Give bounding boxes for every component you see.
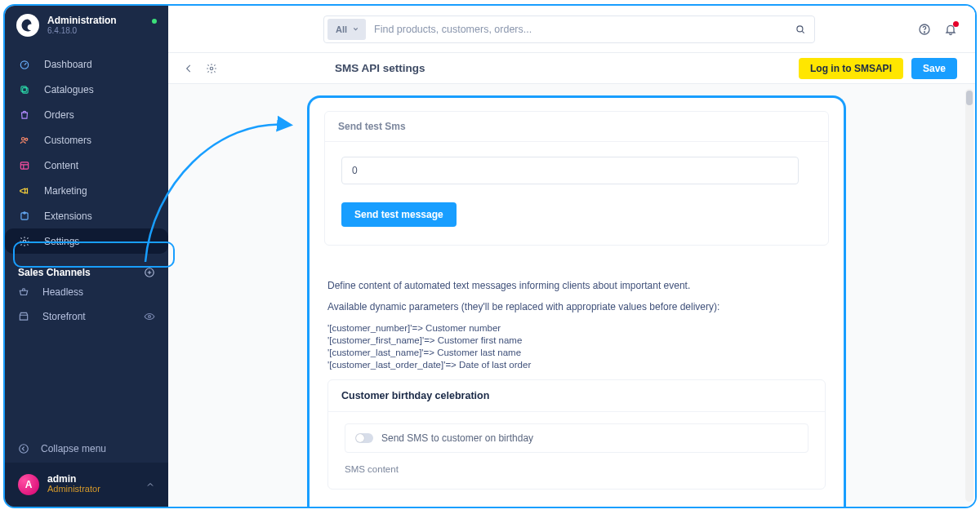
birthday-title: Customer birthday celebration bbox=[328, 380, 825, 412]
sidebar-nav: Dashboard Catalogues Orders Customers Co… bbox=[5, 48, 168, 257]
channel-headless[interactable]: Headless bbox=[5, 280, 168, 304]
sidebar-item-label: Extensions bbox=[44, 210, 92, 222]
sidebar-item-label: Customers bbox=[44, 135, 91, 146]
bag-icon bbox=[18, 109, 31, 121]
sidebar-item-catalogues[interactable]: Catalogues bbox=[5, 77, 168, 102]
templates-info: Define content of automated text message… bbox=[324, 265, 829, 490]
birthday-toggle-row[interactable]: Send SMS to customer on birthday bbox=[345, 423, 808, 453]
users-icon bbox=[18, 135, 31, 146]
settings-crumb-icon[interactable] bbox=[206, 63, 217, 74]
svg-point-15 bbox=[210, 67, 213, 70]
channel-label: Headless bbox=[42, 286, 83, 298]
collapse-label: Collapse menu bbox=[41, 443, 106, 454]
send-test-button[interactable]: Send test message bbox=[341, 202, 457, 227]
logo-icon bbox=[16, 14, 39, 37]
svg-point-12 bbox=[797, 25, 803, 31]
sidebar-item-label: Catalogues bbox=[44, 84, 94, 95]
gauge-icon bbox=[18, 59, 31, 70]
search-input[interactable] bbox=[366, 24, 786, 35]
collapse-menu[interactable]: Collapse menu bbox=[5, 435, 168, 463]
content-area: Send test Sms Send test message Define c… bbox=[168, 84, 975, 507]
birthday-toggle-label: Send SMS to customer on birthday bbox=[381, 432, 533, 444]
templates-available: Available dynamic parameters (they'll be… bbox=[327, 301, 826, 312]
store-icon bbox=[18, 311, 29, 322]
templates-intro: Define content of automated text message… bbox=[327, 280, 826, 291]
sidebar-item-customers[interactable]: Customers bbox=[5, 127, 168, 153]
main: All SMS API settings Log in to SMSAPI Sa… bbox=[168, 6, 975, 507]
param-line: '[customer_last_order_date]'=> Date of l… bbox=[327, 359, 826, 371]
sidebar-item-extensions[interactable]: Extensions bbox=[5, 203, 168, 228]
copy-icon bbox=[18, 84, 31, 95]
birthday-card: Customer birthday celebration Send SMS t… bbox=[327, 379, 826, 490]
test-phone-input[interactable] bbox=[352, 165, 788, 176]
eye-icon[interactable] bbox=[144, 311, 155, 322]
svg-point-11 bbox=[20, 445, 29, 454]
sidebar-version: 6.4.18.0 bbox=[47, 26, 117, 35]
search: All bbox=[323, 16, 815, 43]
chevron-up-icon bbox=[145, 480, 155, 490]
help-icon[interactable] bbox=[918, 23, 931, 36]
page-title: SMS API settings bbox=[335, 62, 425, 74]
svg-point-14 bbox=[924, 31, 924, 32]
test-phone-field[interactable] bbox=[341, 157, 799, 184]
sales-channels-title: Sales Channels bbox=[18, 267, 91, 278]
search-chip-label: All bbox=[336, 24, 347, 34]
sidebar-item-settings[interactable]: Settings bbox=[5, 228, 168, 254]
search-scope-chip[interactable]: All bbox=[327, 19, 366, 40]
sales-channels-header: Sales Channels bbox=[5, 257, 168, 280]
layout-icon bbox=[18, 160, 31, 171]
param-line: '[customer_first_name]'=> Customer first… bbox=[327, 335, 826, 347]
add-channel-icon[interactable] bbox=[144, 267, 155, 278]
highlighted-panel: Send test Sms Send test message Define c… bbox=[307, 95, 846, 507]
toggle-switch[interactable] bbox=[355, 433, 373, 443]
test-sms-title: Send test Sms bbox=[325, 112, 828, 142]
sidebar-title: Administration bbox=[47, 16, 117, 26]
gear-icon bbox=[18, 236, 31, 247]
param-line: '[customer_last_name]'=> Customer last n… bbox=[327, 347, 826, 359]
topbar: All bbox=[168, 6, 975, 53]
search-icon[interactable] bbox=[786, 24, 814, 35]
svg-rect-2 bbox=[21, 86, 26, 91]
save-button[interactable]: Save bbox=[911, 58, 957, 79]
svg-rect-5 bbox=[20, 162, 28, 168]
sidebar-item-label: Orders bbox=[44, 109, 74, 121]
sms-content-label: SMS content bbox=[345, 464, 808, 474]
sidebar-item-label: Settings bbox=[44, 236, 79, 247]
sidebar-item-label: Marketing bbox=[44, 185, 87, 197]
user-role: Administrator bbox=[47, 484, 100, 494]
puzzle-icon bbox=[18, 210, 31, 222]
sidebar-item-marketing[interactable]: Marketing bbox=[5, 178, 168, 203]
avatar: A bbox=[18, 474, 39, 495]
status-dot-icon bbox=[152, 19, 157, 24]
param-line: '[customer_number]'=> Customer number bbox=[327, 322, 826, 335]
sidebar-item-content[interactable]: Content bbox=[5, 153, 168, 178]
sidebar-item-label: Dashboard bbox=[44, 59, 92, 70]
sidebar-item-orders[interactable]: Orders bbox=[5, 102, 168, 127]
user-menu[interactable]: A admin Administrator bbox=[5, 463, 168, 507]
scrollbar[interactable] bbox=[965, 89, 973, 502]
svg-point-3 bbox=[22, 137, 25, 140]
svg-point-8 bbox=[23, 240, 26, 243]
page-header: SMS API settings Log in to SMSAPI Save bbox=[168, 53, 975, 84]
channel-label: Storefront bbox=[42, 311, 86, 322]
login-smsapi-button[interactable]: Log in to SMSAPI bbox=[799, 58, 903, 79]
scrollbar-thumb[interactable] bbox=[966, 91, 973, 105]
sidebar-header: Administration 6.4.18.0 bbox=[5, 6, 168, 48]
sidebar-item-dashboard[interactable]: Dashboard bbox=[5, 51, 168, 77]
sidebar-item-label: Content bbox=[44, 160, 78, 171]
collapse-icon bbox=[18, 443, 29, 454]
megaphone-icon bbox=[18, 185, 31, 197]
back-icon[interactable] bbox=[183, 63, 194, 74]
bell-icon[interactable] bbox=[944, 23, 957, 36]
svg-rect-1 bbox=[23, 87, 28, 92]
basket-icon bbox=[18, 286, 29, 298]
channel-storefront[interactable]: Storefront bbox=[5, 304, 168, 329]
test-sms-card: Send test Sms Send test message bbox=[324, 111, 829, 246]
svg-point-10 bbox=[149, 316, 151, 318]
sidebar: Administration 6.4.18.0 Dashboard Catalo… bbox=[5, 6, 168, 507]
svg-point-4 bbox=[25, 138, 28, 140]
user-name: admin bbox=[47, 474, 100, 484]
